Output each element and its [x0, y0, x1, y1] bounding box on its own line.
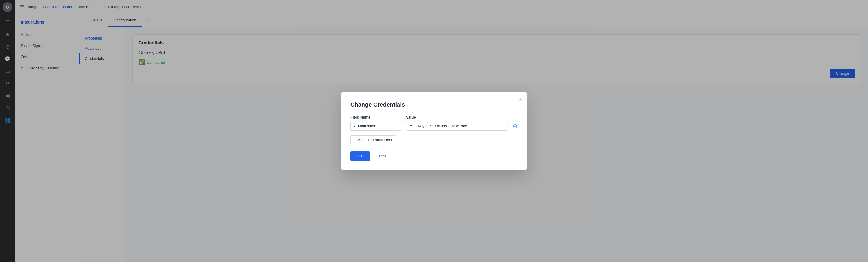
add-credential-field-button[interactable]: + Add Credential Field [350, 135, 396, 144]
modal-title: Change Credentials [350, 101, 518, 108]
field-name-input[interactable] [350, 121, 402, 131]
value-group: Value [406, 115, 508, 131]
remove-field-button[interactable]: ⊖ [513, 115, 518, 129]
modal-overlay[interactable]: × Change Credentials Field Name Value ⊖ … [0, 0, 868, 262]
value-input[interactable] [406, 121, 508, 131]
field-name-group: Field Name [350, 115, 402, 131]
modal: × Change Credentials Field Name Value ⊖ … [341, 92, 527, 170]
modal-close-button[interactable]: × [519, 96, 522, 102]
modal-form-row: Field Name Value ⊖ [350, 115, 518, 131]
modal-footer: OK Cancel [350, 151, 518, 161]
value-label: Value [406, 115, 508, 119]
ok-button[interactable]: OK [350, 151, 370, 161]
cancel-button[interactable]: Cancel [373, 151, 390, 161]
field-name-label: Field Name [350, 115, 402, 119]
